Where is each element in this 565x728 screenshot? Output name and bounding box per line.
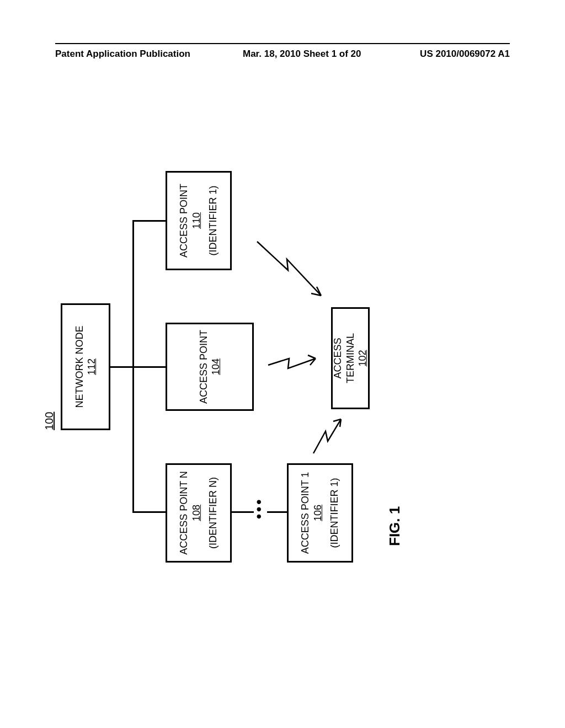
network-node-block: NETWORK NODE 112 — [61, 303, 110, 430]
ellipsis-icon: ••• — [250, 497, 268, 519]
ap-n-title: ACCESS POINT N — [178, 471, 190, 555]
lightning-bolt-icon — [265, 347, 320, 381]
connector-line — [267, 511, 287, 513]
ap-110-title: ACCESS POINT — [178, 184, 190, 258]
network-node-ref: 112 — [86, 358, 98, 375]
access-point-1-block: ACCESS POINT 1 106 (IDENTIFIER 1) — [287, 463, 353, 563]
ap-n-identifier: (IDENTIFIER N) — [207, 477, 220, 549]
connector-line — [132, 220, 166, 222]
access-point-n-block: ACCESS POINT N 108 (IDENTIFIER N) — [166, 463, 232, 563]
terminal-title: ACCESS TERMINAL — [332, 313, 356, 403]
lightning-bolt-icon — [254, 237, 326, 303]
network-node-title: NETWORK NODE — [73, 326, 86, 408]
figure-1-diagram: 100 NETWORK NODE 112 ACCESS POINT N 108 … — [55, 193, 519, 546]
terminal-ref: 102 — [356, 350, 369, 366]
ap-110-ref: 110 — [190, 212, 203, 229]
ap-104-title: ACCESS POINT — [198, 330, 210, 404]
connector-line — [132, 366, 166, 368]
system-ref: 100 — [43, 412, 56, 430]
ap-n-ref: 108 — [190, 505, 203, 521]
ap-1-identifier: (IDENTIFIER 1) — [328, 478, 341, 548]
header-mid: Mar. 18, 2010 Sheet 1 of 20 — [243, 49, 361, 60]
access-point-104-block: ACCESS POINT 104 — [166, 323, 254, 411]
page: Patent Application Publication Mar. 18, … — [0, 0, 565, 728]
ap-104-ref: 104 — [210, 358, 222, 375]
figure-label: FIG. 1 — [386, 506, 403, 546]
access-point-110-block: ACCESS POINT 110 (IDENTIFIER 1) — [166, 171, 232, 270]
ap-1-title: ACCESS POINT 1 — [299, 472, 312, 554]
access-terminal-block: ACCESS TERMINAL 102 — [331, 307, 370, 409]
header-left: Patent Application Publication — [55, 49, 190, 60]
connector-line — [110, 366, 132, 368]
ap-110-identifier: (IDENTIFIER 1) — [207, 186, 220, 256]
connector-line — [132, 511, 166, 513]
lightning-bolt-icon — [309, 414, 348, 458]
header-rule — [55, 43, 510, 44]
header-right: US 2010/0069072 A1 — [420, 49, 510, 60]
ap-1-ref: 106 — [312, 505, 324, 521]
